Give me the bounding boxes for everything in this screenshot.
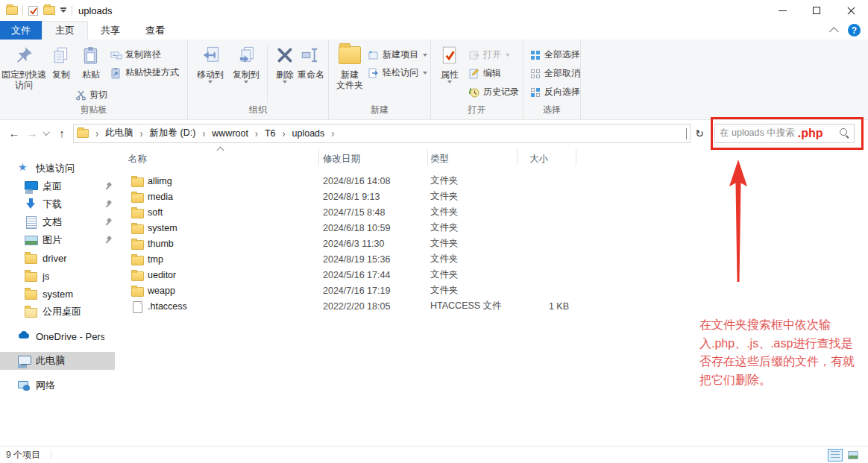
breadcrumb-label: 此电脑	[102, 125, 136, 141]
tab-view[interactable]: 查看	[133, 21, 177, 40]
delete-dropdown-icon	[283, 81, 287, 84]
search-icon[interactable]	[840, 128, 849, 138]
sidebar-item-icon	[18, 379, 31, 391]
details-view-button[interactable]	[828, 449, 843, 462]
breadcrumb-item[interactable]: T6 ›	[262, 127, 289, 140]
select-all-button[interactable]: 全部选择	[529, 48, 580, 61]
search-placeholder: 在 uploads 中搜索	[720, 127, 795, 139]
help-icon[interactable]: ?	[848, 24, 861, 37]
properties-check-icon[interactable]	[28, 5, 39, 16]
sidebar-item[interactable]: system	[0, 285, 115, 303]
explorer-window: uploads 文件 主页 共享 查看 ? 固定到快速访问 复制	[0, 0, 868, 463]
maximize-icon	[813, 7, 820, 14]
sidebar-item[interactable]: driver	[0, 249, 115, 267]
move-to-icon	[198, 42, 223, 68]
select-none-button[interactable]: 全部取消	[529, 67, 580, 80]
file-row[interactable]: weapp 2024/7/16 17:19 文件夹	[115, 283, 868, 298]
file-type: 文件夹	[430, 174, 459, 187]
file-row[interactable]: allimg 2024/8/16 14:08 文件夹	[115, 173, 868, 189]
breadcrumb-item[interactable]: uploads ›	[289, 127, 339, 140]
address-bar[interactable]: › 此电脑 › 新加卷 (D:) › wwwroot ›	[73, 124, 691, 143]
sidebar-item[interactable]: OneDrive - Persona	[0, 327, 115, 345]
sidebar-item[interactable]: 下载	[0, 195, 115, 213]
rename-label: 重命名	[298, 69, 324, 80]
clipboard-group-label: 剪贴板	[0, 104, 187, 116]
cut-icon	[75, 89, 87, 101]
file-type: 文件夹	[430, 190, 459, 203]
sidebar-item[interactable]: 图片	[0, 231, 115, 249]
move-to-button[interactable]: 移动到	[192, 42, 228, 84]
sidebar-item-label: 桌面	[43, 180, 62, 193]
recent-locations-dropdown-icon[interactable]	[42, 125, 52, 142]
forward-icon[interactable]: →	[24, 125, 40, 142]
up-icon[interactable]: ↑	[54, 125, 70, 142]
file-list-pane: 名称 修改日期 类型 大小 allimg 2024/8/16 14:08 文件夹	[115, 146, 868, 446]
column-header-size[interactable]: 大小	[529, 153, 548, 166]
sidebar-item[interactable]: 网络	[0, 377, 115, 394]
copy-to-button[interactable]: 复制到	[228, 42, 264, 84]
new-folder-qat-icon[interactable]	[43, 6, 55, 15]
file-type: 文件夹	[430, 221, 459, 234]
invert-selection-button[interactable]: 反向选择	[529, 86, 580, 98]
collapse-ribbon-icon[interactable]	[829, 27, 839, 37]
sidebar-item[interactable]: js	[0, 267, 115, 285]
pin-to-quick-access-button[interactable]: 固定到快速访问	[1, 42, 46, 90]
file-row[interactable]: ueditor 2024/5/16 17:44 文件夹	[115, 267, 868, 283]
minimize-button[interactable]	[765, 0, 799, 21]
file-row[interactable]: soft 2024/7/15 8:48 文件夹	[115, 204, 868, 220]
tab-home[interactable]: 主页	[42, 21, 88, 40]
column-header-date[interactable]: 修改日期	[323, 153, 360, 166]
file-type-icon	[131, 270, 143, 280]
file-name-cell: weapp	[131, 286, 175, 296]
file-row[interactable]: tmp 2024/8/19 15:36 文件夹	[115, 251, 868, 267]
open-button[interactable]: 打开	[468, 48, 510, 61]
sidebar-item-label: system	[43, 289, 73, 300]
breadcrumb-item[interactable]: wwwroot ›	[209, 127, 262, 140]
cut-button[interactable]: 剪切	[75, 89, 107, 101]
file-row[interactable]: thumb 2024/6/3 11:30 文件夹	[115, 236, 868, 251]
sidebar-item[interactable]: 桌面	[0, 177, 115, 195]
new-folder-button[interactable]: 新建 文件夹	[332, 42, 368, 90]
breadcrumb-item[interactable]: 此电脑 ›	[102, 125, 147, 141]
ribbon-group-clipboard: 固定到快速访问 复制 粘贴 剪切 复制路径 粘贴快捷方式 剪贴板	[0, 40, 188, 119]
file-row[interactable]: media 2024/8/1 9:13 文件夹	[115, 189, 868, 204]
new-item-button[interactable]: 新建项目	[368, 48, 427, 61]
divider	[22, 5, 23, 16]
maximize-button[interactable]	[799, 0, 834, 21]
customize-qat-dropdown-icon[interactable]	[60, 7, 67, 13]
back-icon[interactable]: ←	[6, 125, 22, 142]
sidebar-item-icon	[25, 216, 38, 228]
file-name: soft	[148, 207, 163, 218]
sidebar-item-icon	[18, 355, 31, 367]
close-button[interactable]	[834, 0, 868, 21]
paste-button[interactable]: 粘贴	[76, 42, 106, 80]
sidebar-item[interactable]: 快速访问	[0, 160, 115, 177]
file-type-icon	[131, 286, 143, 296]
file-row[interactable]: .htaccess 2022/2/20 18:05 HTACCESS 文件 1 …	[115, 298, 868, 314]
history-button[interactable]: 历史记录	[468, 86, 519, 98]
copy-button[interactable]: 复制	[46, 42, 76, 80]
sidebar-item[interactable]: 文档	[0, 213, 115, 231]
tab-share[interactable]: 共享	[88, 21, 133, 40]
refresh-icon[interactable]: ↻	[691, 124, 708, 143]
copy-path-button[interactable]: 复制路径	[110, 48, 161, 61]
thumbnail-view-button[interactable]	[846, 449, 861, 462]
breadcrumb-item[interactable]: 新加卷 (D:) ›	[147, 125, 210, 141]
column-header-type[interactable]: 类型	[430, 153, 449, 166]
window-controls	[765, 0, 868, 21]
sidebar-item[interactable]: 此电脑	[0, 352, 115, 370]
pin-icon	[104, 236, 112, 244]
address-dropdown-icon[interactable]	[686, 128, 687, 139]
search-box[interactable]: 在 uploads 中搜索 .php	[714, 124, 855, 143]
easy-access-button[interactable]: 轻松访问	[368, 66, 427, 79]
edit-button[interactable]: 编辑	[468, 67, 501, 80]
properties-button[interactable]: 属性	[435, 42, 464, 84]
tab-file[interactable]: 文件	[0, 21, 42, 40]
sidebar-item-icon	[18, 163, 31, 174]
column-header-name[interactable]: 名称	[128, 153, 147, 166]
file-row[interactable]: system 2024/6/18 10:59 文件夹	[115, 220, 868, 236]
file-name-cell: tmp	[131, 254, 163, 265]
paste-shortcut-button[interactable]: 粘贴快捷方式	[110, 66, 179, 79]
sidebar-item[interactable]: 公用桌面	[0, 303, 115, 321]
rename-button[interactable]: 重命名	[294, 42, 328, 80]
